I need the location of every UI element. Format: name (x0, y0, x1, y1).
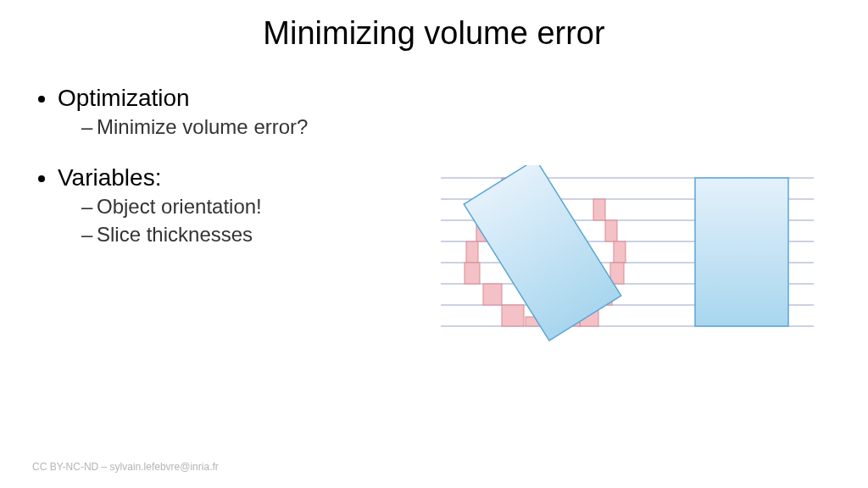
bullet-item: Optimization Minimize volume error? (58, 85, 441, 141)
sub-bullet-list: Object orientation! Slice thicknesses (58, 193, 441, 248)
bullet-label: Variables: (58, 164, 161, 191)
slide-title: Minimizing volume error (0, 15, 868, 52)
svg-rect-16 (593, 199, 605, 220)
svg-rect-17 (605, 220, 617, 241)
figure-svg (441, 165, 814, 343)
bullet-label: Optimization (58, 85, 190, 111)
sub-bullet-item: Slice thicknesses (81, 221, 441, 248)
aligned-rect (695, 178, 788, 326)
bullet-item: Variables: Object orientation! Slice thi… (58, 164, 441, 248)
volume-error-figure (441, 165, 814, 343)
footer-attribution: CC BY-NC-ND – sylvain.lefebvre@inria.fr (32, 461, 219, 473)
sub-bullet-list: Minimize volume error? (58, 114, 441, 141)
sub-bullet-item: Object orientation! (81, 193, 441, 220)
svg-rect-14 (502, 305, 524, 326)
svg-rect-12 (465, 263, 480, 284)
slide-body: Optimization Minimize volume error? Vari… (34, 85, 441, 272)
svg-rect-18 (614, 241, 626, 263)
svg-rect-13 (483, 284, 502, 305)
bullet-list: Optimization Minimize volume error? Vari… (34, 85, 441, 248)
svg-rect-11 (466, 241, 478, 263)
sub-bullet-item: Minimize volume error? (81, 114, 441, 141)
slide: Minimizing volume error Optimization Min… (0, 0, 868, 488)
